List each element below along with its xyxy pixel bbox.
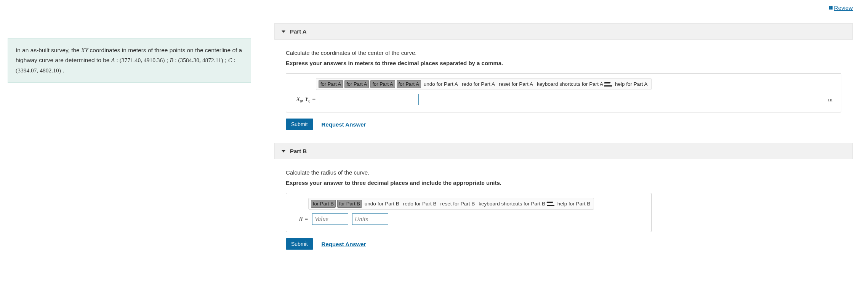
part-a-format: Express your answers in meters to three … <box>286 60 841 66</box>
point-c-coords: (3394.07, 4802.10) <box>16 67 61 74</box>
colon: : <box>117 57 120 63</box>
collapse-icon[interactable] <box>282 30 285 33</box>
reset-button[interactable]: reset for Part B <box>439 200 476 207</box>
part-a-toolbar: for Part A for Part A for Part A for Par… <box>316 78 652 90</box>
part-b-request-answer-link[interactable]: Request Answer <box>322 241 366 247</box>
xy-symbol: XY <box>81 47 88 53</box>
part-b-header: Part B <box>274 143 853 159</box>
keyboard-icon <box>547 202 554 206</box>
part-b-toolbar: for Part B for Part B undo for Part B re… <box>308 198 594 210</box>
keyboard-shortcuts-button[interactable]: keyboard shortcuts for Part A <box>536 80 612 88</box>
tool-greek-button[interactable]: for Part A <box>397 80 421 88</box>
keyboard-label: keyboard shortcuts for Part B <box>479 201 545 207</box>
keyboard-icon <box>604 82 611 87</box>
review-label: Review <box>834 5 853 11</box>
part-a-body: Calculate the coordinates of the center … <box>274 40 853 134</box>
colon: : <box>234 57 235 63</box>
part-b-answer-box: for Part B for Part B undo for Part B re… <box>286 193 652 232</box>
point-c-label: C <box>228 57 232 63</box>
undo-button[interactable]: undo for Part B <box>364 200 400 207</box>
tool-symbols-button[interactable]: for Part B <box>337 200 362 208</box>
review-link[interactable]: Review <box>829 5 853 11</box>
point-b-coords: (3584.30, 4872.11) <box>178 57 223 63</box>
problem-panel: In an as-built survey, the XY coordinate… <box>0 0 259 303</box>
point-a-coords: (3771.40, 4910.36) <box>120 57 165 63</box>
tool-templates-button[interactable]: for Part B <box>311 200 336 208</box>
part-a-header: Part A <box>274 23 853 40</box>
part-b-title: Part B <box>290 148 307 154</box>
part-b-format: Express your answer to three decimal pla… <box>286 180 841 186</box>
tool-templates-button[interactable]: for Part A <box>319 80 343 88</box>
problem-tail: . <box>62 67 64 74</box>
part-a-variable-label: X0, Y0 = <box>293 96 316 103</box>
answer-panel: Review Part A Calculate the coordinates … <box>259 0 868 303</box>
redo-button[interactable]: redo for Part A <box>461 80 496 88</box>
keyboard-label: keyboard shortcuts for Part A <box>537 81 603 87</box>
point-a-label: A <box>111 57 115 63</box>
part-a-submit-button[interactable]: Submit <box>286 119 313 130</box>
undo-button[interactable]: undo for Part A <box>423 80 459 88</box>
part-a-title: Part A <box>290 28 307 35</box>
reset-button[interactable]: reset for Part A <box>498 80 534 88</box>
tool-symbols-button[interactable]: for Part A <box>344 80 369 88</box>
part-a-unit: m <box>828 96 834 103</box>
part-b-variable-label: R = <box>293 216 308 223</box>
keyboard-shortcuts-button[interactable]: keyboard shortcuts for Part B <box>477 200 555 207</box>
separator: ; <box>225 57 228 63</box>
tool-vectors-button[interactable]: for Part A <box>370 80 395 88</box>
redo-button[interactable]: redo for Part B <box>402 200 438 207</box>
problem-statement: In an as-built survey, the XY coordinate… <box>8 38 251 83</box>
help-button[interactable]: help for Part A <box>614 80 649 88</box>
help-button[interactable]: help for Part B <box>556 200 591 207</box>
part-b-units-input[interactable] <box>352 213 388 225</box>
part-b-body: Calculate the radius of the curve. Expre… <box>274 159 853 253</box>
review-icon <box>829 6 833 10</box>
collapse-icon[interactable] <box>282 150 285 152</box>
part-a-answer-input[interactable] <box>320 94 419 105</box>
part-a-answer-box: for Part A for Part A for Part A for Par… <box>286 73 841 112</box>
point-b-label: B <box>170 57 173 63</box>
problem-text: In an as-built survey, the <box>16 47 81 53</box>
part-b-value-input[interactable] <box>312 213 348 225</box>
part-b-instruction: Calculate the radius of the curve. <box>286 169 841 176</box>
part-a-instruction: Calculate the coordinates of the center … <box>286 50 841 56</box>
part-b-submit-button[interactable]: Submit <box>286 238 313 250</box>
part-a-request-answer-link[interactable]: Request Answer <box>322 121 366 128</box>
